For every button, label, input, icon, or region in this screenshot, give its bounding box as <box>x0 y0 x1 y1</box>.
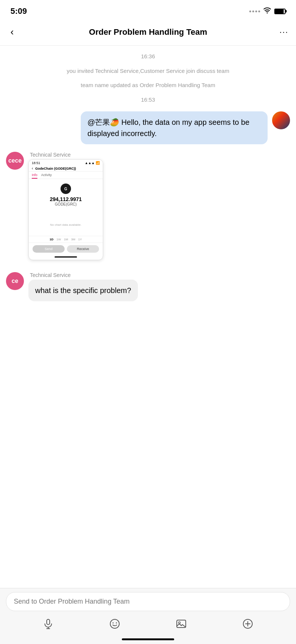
back-button[interactable]: ‹ <box>7 25 17 39</box>
avatar-ce-2: ce <box>6 272 24 290</box>
home-indicator <box>122 638 174 640</box>
screenshot-send-btn: Send <box>33 245 65 253</box>
image-icon[interactable] <box>176 619 186 632</box>
screenshot-home-indicator <box>55 256 77 258</box>
status-time: 5:09 <box>10 6 27 16</box>
avatar-ce-1: cece <box>6 152 24 170</box>
bubble-gray: what is the specific problem? <box>28 280 138 301</box>
plus-icon[interactable] <box>243 619 253 632</box>
time-tab-3m: 3M <box>71 238 75 241</box>
screenshot-tabs: Info Activity <box>29 172 103 179</box>
input-area <box>0 588 296 644</box>
time-tab-1w: 1W <box>56 238 61 241</box>
time-tab-1y: 1Y <box>78 238 82 241</box>
msg-content-screenshot: Technical Service 18:51 ▲▲▲ 📶 ‹ GodeChai… <box>28 152 103 260</box>
message-input[interactable] <box>6 592 290 611</box>
more-button[interactable]: ··· <box>280 27 289 37</box>
time-tab-1d: 1D <box>50 238 53 241</box>
screenshot-tab-info: Info <box>32 173 37 179</box>
screenshot-coin-name: GODE(GRC) <box>32 202 100 206</box>
nav-title: Order Problem Handling Team <box>89 27 207 37</box>
svg-point-3 <box>110 619 119 628</box>
screenshot-time-tabs: 1D 1W 1M 3M 1Y <box>29 236 103 243</box>
screenshot-image[interactable]: 18:51 ▲▲▲ 📶 ‹ GodeChain (GODE(GRC)) Info… <box>28 159 103 260</box>
chat-area: 16:36 you invited Technical Service,Cust… <box>0 46 296 313</box>
screenshot-nav: ‹ GodeChain (GODE(GRC)) <box>29 166 103 172</box>
status-icons <box>249 7 286 15</box>
svg-point-7 <box>179 622 181 624</box>
svg-point-4 <box>112 622 114 623</box>
message-row-text: ce Technical Service what is the specifi… <box>0 269 296 304</box>
system-team-name: team name updated as Order Problem Handl… <box>0 78 296 93</box>
screenshot-chart-area: No chart data available. <box>29 214 103 236</box>
screenshot-tab-activity: Activity <box>41 173 52 179</box>
svg-point-5 <box>116 622 117 623</box>
message-row: @芒果🥭 Hello, the data on my app seems to … <box>0 108 296 147</box>
system-time-1: 16:36 <box>0 49 296 64</box>
wifi-icon <box>263 7 271 15</box>
screenshot-body: G 294,112.9971 GODE(GRC) <box>29 179 103 214</box>
nav-bar: ‹ Order Problem Handling Team ··· <box>0 21 296 46</box>
battery-icon <box>274 9 286 14</box>
screenshot-status-bar: 18:51 ▲▲▲ 📶 <box>29 160 103 166</box>
screenshot-receive-btn: Receive <box>67 245 99 253</box>
mic-icon[interactable] <box>43 619 53 632</box>
avatar <box>272 111 290 129</box>
toolbar-row <box>0 615 296 638</box>
input-row <box>0 588 296 615</box>
bubble-blue: @芒果🥭 Hello, the data on my app seems to … <box>81 111 268 144</box>
screenshot-amount: 294,112.9971 <box>32 196 100 202</box>
emoji-icon[interactable] <box>110 619 120 632</box>
signal-icon <box>249 10 260 12</box>
msg-content-text: Technical Service what is the specific p… <box>28 272 138 301</box>
screenshot-coin-icon: G <box>61 184 71 194</box>
sender-name-1: Technical Service <box>28 152 103 158</box>
time-tab-1m: 1M <box>64 238 68 241</box>
status-bar: 5:09 <box>0 0 296 21</box>
msg-content: @芒果🥭 Hello, the data on my app seems to … <box>81 111 268 144</box>
system-invited: you invited Technical Service,Customer S… <box>0 64 296 78</box>
system-time-2: 16:53 <box>0 93 296 107</box>
svg-rect-0 <box>47 619 50 625</box>
screenshot-actions: Send Receive <box>29 243 103 255</box>
sender-name-2: Technical Service <box>28 272 138 278</box>
message-row-screenshot: cece Technical Service 18:51 ▲▲▲ 📶 ‹ God… <box>0 149 296 263</box>
